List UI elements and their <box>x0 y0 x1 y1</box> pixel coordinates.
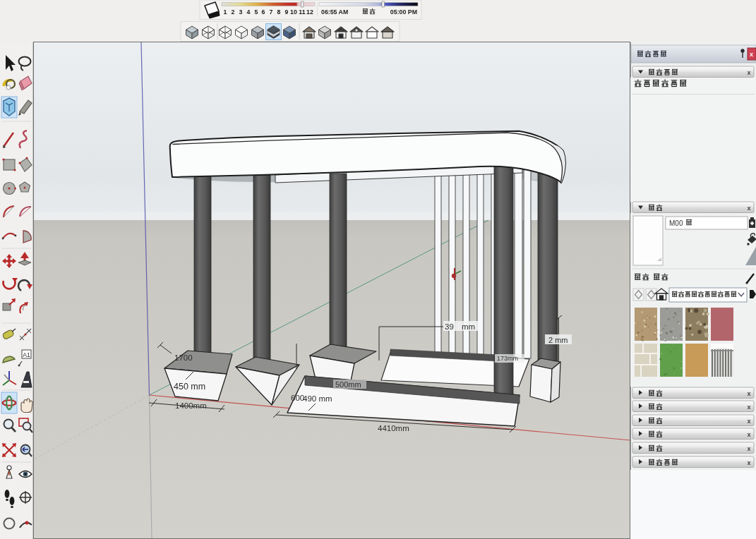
svg-text:x: x <box>747 459 750 466</box>
svg-text:5: 5 <box>255 8 258 16</box>
svg-text:x: x <box>747 205 750 212</box>
svg-text:05:00 PM: 05:00 PM <box>390 8 417 16</box>
svg-text:10: 10 <box>290 8 297 16</box>
svg-text:A1: A1 <box>23 351 30 358</box>
svg-text:9: 9 <box>285 8 289 16</box>
svg-text:mm: mm <box>462 322 475 331</box>
svg-text:4410mm: 4410mm <box>378 424 409 432</box>
svg-text:x: x <box>750 51 753 58</box>
svg-text:x: x <box>747 445 750 452</box>
svg-text:3: 3 <box>239 8 243 16</box>
svg-text:M00: M00 <box>669 219 683 227</box>
svg-text:12: 12 <box>306 8 313 16</box>
svg-text:1: 1 <box>224 8 227 16</box>
svg-text:490 mm: 490 mm <box>303 394 332 403</box>
svg-text:500mm: 500mm <box>335 380 361 389</box>
svg-text:4: 4 <box>247 8 251 16</box>
svg-text:x: x <box>747 390 750 397</box>
svg-text:x: x <box>747 418 750 425</box>
svg-text:06:55 AM: 06:55 AM <box>321 8 348 16</box>
svg-text:173mm: 173mm <box>497 355 518 362</box>
svg-text:1700: 1700 <box>174 353 193 362</box>
svg-text:7: 7 <box>270 8 273 16</box>
svg-text:11: 11 <box>299 8 305 16</box>
svg-text:1400mm: 1400mm <box>175 401 207 410</box>
svg-text:450 mm: 450 mm <box>174 382 205 392</box>
svg-text:8: 8 <box>277 8 281 16</box>
svg-text:2 mm: 2 mm <box>548 336 568 344</box>
svg-text:x: x <box>747 69 750 76</box>
svg-text:6: 6 <box>262 8 265 16</box>
svg-text:x: x <box>747 404 750 411</box>
svg-text:39: 39 <box>445 322 454 331</box>
svg-text:2: 2 <box>232 8 235 16</box>
svg-text:x: x <box>747 431 750 438</box>
